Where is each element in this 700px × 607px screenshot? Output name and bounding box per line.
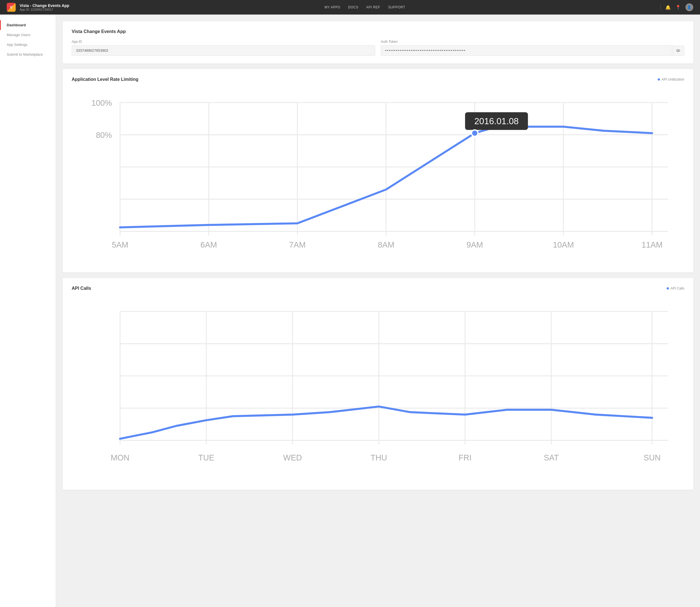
app-logo: V bbox=[7, 3, 16, 12]
svg-text:100%: 100% bbox=[91, 99, 112, 107]
svg-point-1 bbox=[678, 50, 679, 51]
svg-text:80%: 80% bbox=[96, 131, 112, 140]
svg-text:FRI: FRI bbox=[459, 454, 472, 462]
sidebar-item-dashboard[interactable]: Dashboard bbox=[0, 20, 56, 30]
rate-chart-header: Application Level Rate Limiting API Unti… bbox=[72, 77, 684, 82]
auth-token-label: Auth Token bbox=[381, 40, 684, 44]
app-id-field: App ID 3337489027653902 bbox=[72, 40, 375, 56]
app-card-title: Vista Change Events App bbox=[72, 29, 684, 34]
svg-text:WED: WED bbox=[283, 454, 302, 462]
sidebar-item-submit-marketplace[interactable]: Submit to Marketplace bbox=[0, 49, 56, 59]
api-calls-chart-header: API Calls API Calls bbox=[72, 286, 684, 291]
sidebar-item-app-settings[interactable]: App Settings bbox=[0, 40, 56, 49]
svg-point-25 bbox=[472, 130, 478, 136]
svg-text:SUN: SUN bbox=[643, 454, 661, 462]
app-header: V Vista - Change Events App App ID: 2228… bbox=[0, 0, 700, 15]
eye-icon bbox=[676, 48, 681, 53]
main-layout: Dashboard Manage Users App Settings Subm… bbox=[0, 15, 700, 607]
api-calls-legend-label: API Calls bbox=[671, 287, 684, 290]
api-calls-card: API Calls API Calls bbox=[63, 278, 693, 489]
app-info-grid: App ID 3337489027653902 Auth Token •••••… bbox=[72, 40, 684, 56]
svg-text:2016.01.08: 2016.01.08 bbox=[474, 116, 519, 126]
svg-text:MON: MON bbox=[111, 454, 129, 462]
api-calls-chart-svg: MON TUE WED THU FRI SAT SUN bbox=[72, 295, 684, 481]
header-app-id: App ID: 2228901720017 bbox=[20, 8, 69, 11]
bell-icon[interactable]: 🔔 bbox=[665, 5, 671, 10]
api-calls-legend-dot bbox=[667, 287, 669, 290]
header-app-info: Vista - Change Events App App ID: 222890… bbox=[20, 3, 69, 11]
location-icon[interactable]: 📍 bbox=[675, 5, 681, 10]
auth-token-field: Auth Token •••••••••••••••••••••••••••••… bbox=[381, 40, 684, 56]
svg-text:11AM: 11AM bbox=[641, 240, 662, 249]
svg-text:9AM: 9AM bbox=[466, 240, 483, 249]
rate-legend-label: API Untilization bbox=[662, 78, 684, 81]
auth-token-wrap: ••••••••••••••••••••••••••••••••••••••••… bbox=[381, 45, 684, 56]
rate-chart-title: Application Level Rate Limiting bbox=[72, 77, 138, 82]
main-content: Vista Change Events App App ID 333748902… bbox=[56, 15, 700, 607]
svg-text:10AM: 10AM bbox=[553, 240, 574, 249]
app-id-label: App ID bbox=[72, 40, 375, 44]
api-calls-legend: API Calls bbox=[667, 287, 684, 290]
svg-text:7AM: 7AM bbox=[289, 240, 306, 249]
sidebar: Dashboard Manage Users App Settings Subm… bbox=[0, 15, 56, 607]
header-icons: 🔔 📍 👤 bbox=[661, 3, 693, 11]
svg-text:8AM: 8AM bbox=[378, 240, 394, 249]
sidebar-item-manage-users[interactable]: Manage Users bbox=[0, 30, 56, 40]
rate-chart-svg: 100% 80% 5AM 6AM 7AM 8AM 9AM 10AM 11AM 2… bbox=[72, 86, 684, 264]
nav-my-apps[interactable]: MY APPS bbox=[324, 5, 340, 9]
svg-text:THU: THU bbox=[371, 454, 387, 462]
rate-limiting-card: Application Level Rate Limiting API Unti… bbox=[63, 69, 693, 272]
api-calls-chart-title: API Calls bbox=[72, 286, 91, 291]
svg-text:5AM: 5AM bbox=[112, 240, 128, 249]
nav-support[interactable]: SUPPORT bbox=[388, 5, 405, 9]
toggle-token-visibility-button[interactable] bbox=[672, 46, 684, 56]
api-calls-chart-container: MON TUE WED THU FRI SAT SUN bbox=[72, 295, 684, 482]
rate-legend-dot bbox=[658, 78, 660, 81]
user-avatar[interactable]: 👤 bbox=[685, 3, 693, 11]
nav-api-ref[interactable]: API REF bbox=[366, 5, 380, 9]
rate-chart-container: 100% 80% 5AM 6AM 7AM 8AM 9AM 10AM 11AM 2… bbox=[72, 86, 684, 265]
header-app-title: Vista - Change Events App bbox=[20, 3, 69, 8]
auth-token-value: ••••••••••••••••••••••••••••••••••••••••… bbox=[381, 45, 672, 56]
app-id-value: 3337489027653902 bbox=[72, 45, 375, 56]
nav-docs[interactable]: DOCS bbox=[348, 5, 358, 9]
svg-text:6AM: 6AM bbox=[200, 240, 217, 249]
svg-text:TUE: TUE bbox=[198, 454, 215, 462]
svg-text:SAT: SAT bbox=[544, 454, 559, 462]
header-nav: MY APPS DOCS API REF SUPPORT bbox=[324, 5, 405, 9]
header-left: V Vista - Change Events App App ID: 2228… bbox=[7, 3, 69, 12]
rate-chart-legend: API Untilization bbox=[658, 78, 684, 81]
app-info-card: Vista Change Events App App ID 333748902… bbox=[63, 21, 693, 63]
